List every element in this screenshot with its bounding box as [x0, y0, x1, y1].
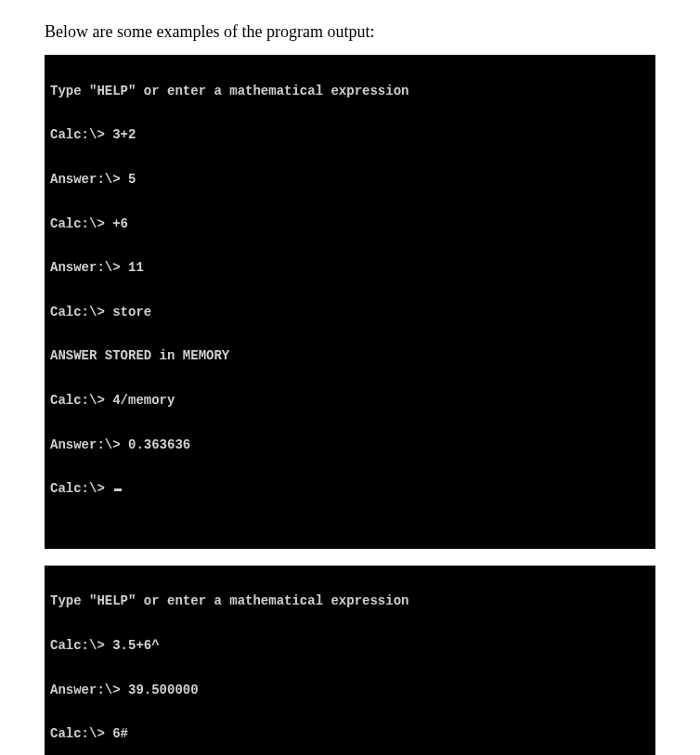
terminal-output-1: Type "HELP" or enter a mathematical expr… — [45, 55, 655, 549]
terminal-line: Calc:\> store — [50, 302, 650, 324]
terminal-line: Calc:\> 6# — [50, 723, 650, 746]
terminal-line: Calc:\> 3+2 — [50, 124, 650, 147]
terminal-line: Type "HELP" or enter a mathematical expr… — [50, 591, 650, 613]
terminal-prompt-line: Calc:\> — [50, 478, 650, 501]
terminal-line: Type "HELP" or enter a mathematical expr… — [50, 81, 650, 103]
terminal-line: Answer:\> 11 — [50, 257, 650, 280]
terminal-output-2: Type "HELP" or enter a mathematical expr… — [45, 566, 655, 755]
terminal-line: ANSWER STORED in MEMORY — [50, 345, 650, 368]
prompt-text: Calc:\> — [50, 481, 112, 496]
intro-text: Below are some examples of the program o… — [45, 22, 655, 42]
terminal-line: Calc:\> 3.5+6^ — [50, 635, 650, 657]
terminal-line: Calc:\> +6 — [50, 214, 650, 236]
terminal-line: Answer:\> 5 — [50, 169, 650, 191]
terminal-line: Answer:\> 39.500000 — [50, 680, 650, 702]
terminal-line: Calc:\> 4/memory — [50, 390, 650, 412]
page: Below are some examples of the program o… — [0, 0, 700, 755]
terminal-line: Answer:\> 0.363636 — [50, 435, 650, 457]
cursor-icon — [114, 488, 122, 491]
